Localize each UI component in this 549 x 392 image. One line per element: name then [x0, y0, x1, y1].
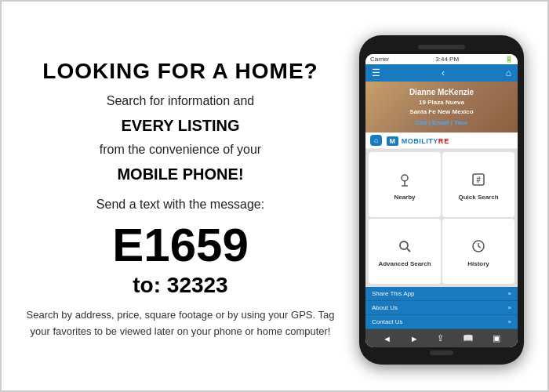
home-nav-icon[interactable]: ⌂: [506, 67, 511, 78]
phone-body: Carrier 3:44 PM 🔋 ☰ ‹ ⌂ Dianne McKenzie …: [359, 35, 524, 365]
top-nav-bar[interactable]: ☰ ‹ ⌂: [365, 64, 518, 82]
history-label: History: [467, 260, 489, 267]
left-content: LOOKING FOR A HOME? Search for informati…: [25, 60, 336, 340]
quick-search-label: Quick Search: [458, 194, 498, 201]
menu-list: Share This App » About Us » Contact Us »: [365, 287, 518, 329]
menu-item-contact-arrow: »: [508, 318, 511, 325]
phone-notch: [418, 45, 465, 49]
svg-point-5: [400, 241, 408, 249]
back-nav-icon[interactable]: ◄: [383, 334, 391, 343]
menu-icon[interactable]: ☰: [372, 67, 380, 78]
quick-search-button[interactable]: # Quick Search: [442, 152, 514, 217]
battery-icon: 🔋: [505, 56, 513, 63]
share-nav-icon[interactable]: ⇪: [437, 333, 444, 343]
menu-item-share-arrow: »: [508, 290, 511, 297]
svg-text:#: #: [476, 176, 481, 184]
menu-item-share[interactable]: Share This App »: [365, 287, 518, 301]
menu-item-about-label: About Us: [372, 304, 398, 311]
menu-item-share-label: Share This App: [372, 290, 415, 297]
phone-mockup: Carrier 3:44 PM 🔋 ☰ ‹ ⌂ Dianne McKenzie …: [351, 35, 532, 365]
main-heading: LOOKING FOR A HOME?: [42, 60, 318, 84]
grid-nav-icon[interactable]: ▣: [493, 333, 500, 343]
bold2: MOBILE PHONE!: [117, 162, 243, 186]
property-address2: Santa Fe New Mexico: [409, 107, 474, 117]
send-text: Send a text with the message:: [96, 195, 264, 214]
property-address1: 19 Plaza Nueva: [409, 98, 474, 107]
history-icon: [471, 238, 486, 258]
history-button[interactable]: History: [442, 219, 514, 284]
svg-point-0: [402, 175, 408, 181]
phone-home-button[interactable]: [430, 350, 453, 355]
advanced-search-icon: [397, 238, 413, 258]
property-name: Dianne McKenzie: [409, 86, 474, 98]
back-icon[interactable]: ‹: [442, 67, 445, 78]
nearby-label: Nearby: [394, 194, 415, 201]
phone-screen: Carrier 3:44 PM 🔋 ☰ ‹ ⌂ Dianne McKenzie …: [365, 54, 518, 347]
status-bar: Carrier 3:44 PM 🔋: [365, 54, 518, 64]
mobility-logo: M MOBILITYRE: [387, 136, 449, 145]
property-info: Dianne McKenzie 19 Plaza Nueva Santa Fe …: [409, 86, 474, 128]
mobility-bar: ⌂ M MOBILITYRE: [365, 132, 518, 149]
book-nav-icon[interactable]: 📖: [463, 333, 474, 343]
property-actions[interactable]: Call | Email | Tour: [409, 118, 474, 128]
main-card: LOOKING FOR A HOME? Search for informati…: [0, 0, 549, 392]
to-number: to: 32323: [133, 272, 227, 299]
property-header: Dianne McKenzie 19 Plaza Nueva Santa Fe …: [365, 82, 518, 132]
menu-item-about[interactable]: About Us »: [365, 301, 518, 315]
nearby-button[interactable]: Nearby: [369, 152, 441, 217]
line1: Search for information and: [107, 92, 255, 111]
menu-item-contact[interactable]: Contact Us »: [365, 315, 518, 329]
bold1: EVERY LISTING: [121, 114, 239, 137]
feature-grid: Nearby # Quick Search: [365, 149, 518, 287]
line2: from the convenience of your: [100, 140, 261, 159]
nearby-icon: [397, 172, 413, 191]
footer-description: Search by address, price, square footage…: [25, 307, 336, 340]
forward-nav-icon[interactable]: ►: [410, 334, 419, 343]
advanced-search-label: Advanced Search: [378, 260, 431, 267]
bottom-nav-bar[interactable]: ◄ ► ⇪ 📖 ▣: [365, 329, 518, 347]
carrier-label: Carrier: [370, 56, 389, 63]
quick-search-icon: #: [471, 172, 486, 191]
time-label: 3:44 PM: [435, 56, 459, 63]
menu-item-contact-label: Contact Us: [372, 318, 403, 325]
menu-item-about-arrow: »: [508, 304, 511, 311]
svg-line-6: [407, 249, 410, 252]
advanced-search-button[interactable]: Advanced Search: [369, 219, 441, 284]
sms-code: E1659: [112, 222, 249, 269]
home-button[interactable]: ⌂: [370, 135, 382, 146]
